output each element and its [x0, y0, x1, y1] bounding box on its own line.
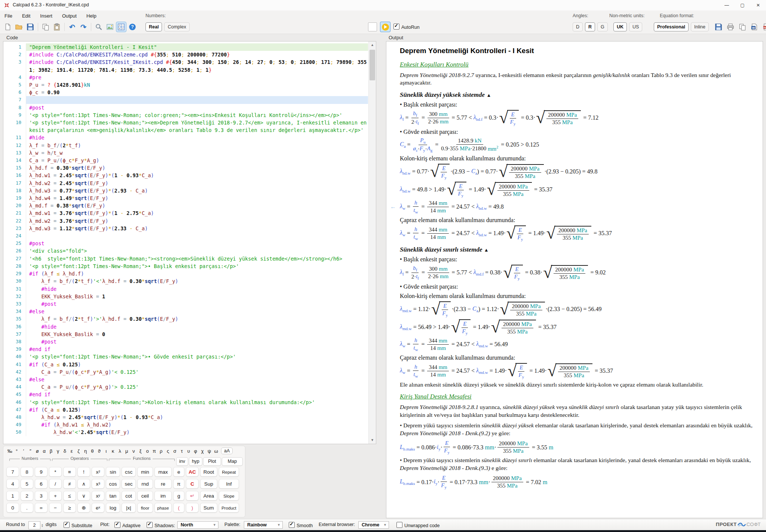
key-3[interactable]: 3 [35, 491, 48, 501]
key-csc[interactable]: csc [122, 467, 136, 477]
minimize-button[interactable]: — [719, 0, 735, 10]
greek-key[interactable]: θ [89, 448, 96, 454]
greek-key[interactable]: ρ [158, 448, 165, 454]
key-7[interactable]: 7 [6, 467, 19, 477]
key-*[interactable]: * [49, 467, 62, 477]
code-line[interactable]: 48 λ_hd.w = 2.45*sqrt(E/F_y)*(1 - 0.93*C… [3, 413, 368, 421]
key-im[interactable]: im [154, 491, 172, 501]
key-Inf[interactable]: Inf [219, 479, 239, 489]
key-eˣ[interactable]: eˣ [92, 503, 104, 513]
menu-output[interactable]: Output [62, 13, 77, 19]
greek-key[interactable]: τ [178, 448, 185, 454]
open-file-icon[interactable] [14, 22, 24, 32]
key-x²[interactable]: x² [92, 467, 104, 477]
key-inv[interactable]: inv [176, 457, 188, 466]
code-line[interactable]: 2#include C:/CalcPad/ENKESIT/Malzeme.cpd… [3, 51, 368, 58]
greek-key[interactable]: η [82, 448, 89, 454]
key-⊕[interactable]: ⊕ [77, 503, 90, 513]
code-line[interactable]: 39#end if [3, 345, 368, 353]
code-line[interactable]: 38 #post [3, 338, 368, 345]
paste-icon[interactable] [52, 22, 62, 32]
code-line[interactable]: 9'<p style="font:13pt Times-New-Roman; c… [3, 111, 368, 119]
key-Area[interactable]: Area [200, 491, 217, 501]
code-line[interactable]: 15λ_hd.f = 0.30*sqrt(E/F_y) [3, 164, 368, 172]
key-tan[interactable]: tan [106, 491, 120, 501]
eqformat-professional[interactable]: Professional [654, 22, 689, 31]
key-∧[interactable]: ∧ [77, 479, 90, 489]
code-line[interactable]: 1"Deprem Yönetmeliği Kontrolleri - I Kes… [3, 43, 368, 51]
code-line[interactable]: 13λ_w = h/t_w [3, 149, 368, 157]
greek-key[interactable]: β [48, 448, 54, 454]
greek-key[interactable]: ο [144, 448, 151, 454]
output-options-icon[interactable] [368, 22, 377, 31]
key-π[interactable]: π [173, 479, 184, 489]
copy-icon[interactable] [41, 22, 50, 32]
code-line[interactable]: 14C_a = P_u/(ϕ_c*F_y*A_g) [3, 157, 368, 164]
code-line[interactable]: 3#include C:/CalcPad/ENKESIT/Kesit_IKesi… [3, 58, 368, 73]
code-line[interactable]: 22λ_md.w2 = 3.76*sqrt(E/F_y) [3, 217, 368, 225]
key-−[interactable]: − [49, 503, 62, 513]
code-line[interactable]: 23λ_md.w3 = 1.12*sqrt(E/F_y)*(2.33 - C_a… [3, 225, 368, 232]
output-section-link[interactable]: Kiriş Yanal Destek Mesafesi [400, 393, 756, 400]
code-line[interactable]: 20λ_md.f = 0.38*sqrt(E/F_y) [3, 202, 368, 209]
scrollbar-thumb[interactable] [370, 50, 375, 80]
key-+[interactable]: + [49, 491, 62, 501]
code-line[interactable]: 35 λ_f = b_f/(2*t_f)'>'λ_hd.f = 0.30*sqr… [3, 315, 368, 323]
key-map[interactable]: Map [222, 457, 243, 466]
key-6[interactable]: 6 [35, 479, 48, 489]
key-Product[interactable]: Product [219, 503, 239, 513]
greek-key[interactable]: ω [213, 448, 220, 454]
key-Repeat[interactable]: Repeat [219, 467, 239, 477]
key-re[interactable]: re [154, 479, 172, 489]
greek-key[interactable]: π [151, 448, 157, 454]
calculator-icon[interactable]: +−×= [116, 22, 126, 32]
key-AC[interactable]: AC [186, 467, 199, 477]
image-icon[interactable] [105, 22, 115, 32]
code-line[interactable]: 31 #hide [3, 285, 368, 293]
code-line[interactable]: 30 λ_f = b_f/(2*t_f)'<'λ_hd.f = 0.30*sqr… [3, 277, 368, 285]
greek-key[interactable]: ϑ [96, 448, 102, 454]
code-line[interactable]: 28'<p style="font:12pt Times-New-Roman;"… [3, 262, 368, 270]
key-max[interactable]: max [154, 467, 172, 477]
redo-icon[interactable]: ↷ [79, 22, 88, 32]
code-line[interactable]: 7 [3, 96, 368, 104]
code-line[interactable]: 29#if (λ_f ≤ λ_hd.f) [3, 270, 368, 277]
code-line[interactable]: 34#else [3, 308, 368, 315]
code-line[interactable]: 43#else [3, 376, 368, 383]
real-toggle[interactable]: Real [145, 22, 162, 31]
code-line[interactable]: 8#post [3, 104, 368, 111]
key-ceil[interactable]: ceil [137, 491, 153, 501]
scroll-down-icon[interactable]: ▼ [369, 437, 376, 444]
greek-key[interactable]: ε [68, 448, 75, 454]
shadows-dropdown[interactable]: North▼ [177, 521, 218, 529]
code-line[interactable]: 44 C_a = P_u/(ϕ_c*F_y*A_g)'> 0.125' [3, 383, 368, 391]
greek-key[interactable]: λ [116, 448, 123, 454]
export-pdf-icon[interactable]: PDF [762, 22, 766, 32]
key-4[interactable]: 4 [6, 479, 19, 489]
code-line[interactable]: 21λ_md.w1 = 3.76*sqrt(E/F_y)*(1 - 2.75*C… [3, 209, 368, 217]
export-word-icon[interactable]: W [750, 22, 759, 32]
code-line[interactable]: 41#if (C_a ≤ 0.125) [3, 361, 368, 368]
shadows-checkbox[interactable]: Shadows: [147, 522, 175, 528]
print-icon[interactable] [726, 22, 735, 32]
palette-dropdown[interactable]: Rainbow▼ [244, 521, 283, 529]
substitute-checkbox[interactable]: Substitute [64, 522, 92, 528]
code-editor[interactable]: 1"Deprem Yönetmeliği Kontrolleri - I Kes… [3, 41, 376, 444]
undo-icon[interactable]: ↶ [67, 22, 77, 32]
key-↵[interactable]: ↵ [186, 491, 199, 501]
close-button[interactable]: ✕ [750, 0, 766, 10]
greek-key[interactable]: ψ [206, 448, 212, 454]
key-≥[interactable]: ≥ [63, 503, 76, 513]
greek-key[interactable]: ′ [20, 448, 27, 454]
save-file-icon[interactable] [25, 22, 35, 32]
key-e[interactable]: e [173, 467, 184, 477]
code-line[interactable]: 40'<p style="font:12pt Times-New-Roman;"… [3, 353, 368, 360]
menu-help[interactable]: Help [86, 13, 96, 19]
code-line[interactable]: 19λ_hd.w4 = 1.49*sqrt(E/F_y) [3, 194, 368, 202]
code-line[interactable]: 25#post [3, 240, 368, 247]
menu-file[interactable]: File [4, 13, 12, 19]
key-floor[interactable]: floor [137, 503, 153, 513]
unwrapped-code-checkbox[interactable]: Unwrapped code [396, 522, 440, 528]
adaptive-checkbox[interactable]: Adaptive [114, 522, 141, 528]
code-line[interactable]: 5P_u = ? {1428.901}kN [3, 81, 368, 89]
